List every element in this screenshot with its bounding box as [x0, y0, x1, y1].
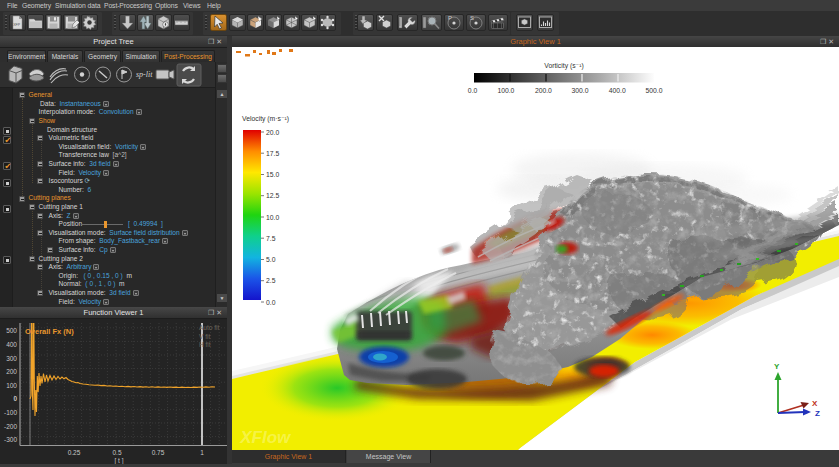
- svg-text:20.0: 20.0: [266, 129, 279, 136]
- svg-text:X: X: [812, 399, 818, 408]
- svg-text:XFlow: XFlow: [239, 428, 292, 447]
- svg-text:0: 0: [13, 395, 17, 402]
- svg-text:200: 200: [6, 368, 17, 375]
- svg-text:Overall Fx (N): Overall Fx (N): [25, 327, 74, 336]
- svg-text:400: 400: [6, 341, 17, 348]
- svg-text:-100: -100: [4, 409, 17, 416]
- svg-text:12.5: 12.5: [266, 192, 279, 199]
- svg-text:15.0: 15.0: [266, 171, 279, 178]
- svg-text:-200: -200: [4, 423, 17, 430]
- svg-text:S: S: [470, 15, 474, 21]
- svg-text:100: 100: [6, 382, 17, 389]
- svg-text:10.0: 10.0: [266, 214, 279, 221]
- svg-text:200.0: 200.0: [535, 87, 552, 94]
- svg-text:sp-lit: sp-lit: [136, 70, 153, 79]
- svg-text:2.5: 2.5: [266, 277, 276, 284]
- svg-text:0.0: 0.0: [266, 299, 276, 306]
- svg-text:-300: -300: [4, 436, 17, 443]
- svg-text:300: 300: [6, 355, 17, 362]
- svg-text:1: 1: [200, 449, 204, 456]
- svg-text:0.75: 0.75: [152, 449, 165, 456]
- svg-text:17.5: 17.5: [266, 150, 279, 157]
- svg-text:500.0: 500.0: [645, 87, 662, 94]
- svg-text:XFP: XFP: [13, 23, 20, 27]
- svg-text:0.5: 0.5: [112, 449, 121, 456]
- svg-text:Y: Y: [774, 362, 780, 371]
- svg-text:Vorticity (s⁻¹): Vorticity (s⁻¹): [544, 62, 583, 70]
- svg-text:0.0: 0.0: [468, 87, 478, 94]
- svg-text:Z: Z: [815, 409, 820, 418]
- svg-text:Auto fit: Auto fit: [199, 324, 219, 331]
- svg-text:P: P: [448, 15, 452, 21]
- svg-text:100.0: 100.0: [497, 87, 514, 94]
- svg-text:Velocity (m·s⁻¹): Velocity (m·s⁻¹): [242, 115, 289, 123]
- svg-text:5.0: 5.0: [266, 256, 276, 263]
- svg-text:300.0: 300.0: [571, 87, 588, 94]
- svg-text:H fit: H fit: [199, 341, 211, 348]
- svg-text:[ t ]: [ t ]: [114, 457, 123, 465]
- svg-text:0.25: 0.25: [68, 449, 81, 456]
- svg-text:500: 500: [6, 327, 17, 334]
- svg-text:400.0: 400.0: [609, 87, 626, 94]
- svg-text:7.5: 7.5: [266, 235, 276, 242]
- svg-text:V fit: V fit: [199, 333, 210, 340]
